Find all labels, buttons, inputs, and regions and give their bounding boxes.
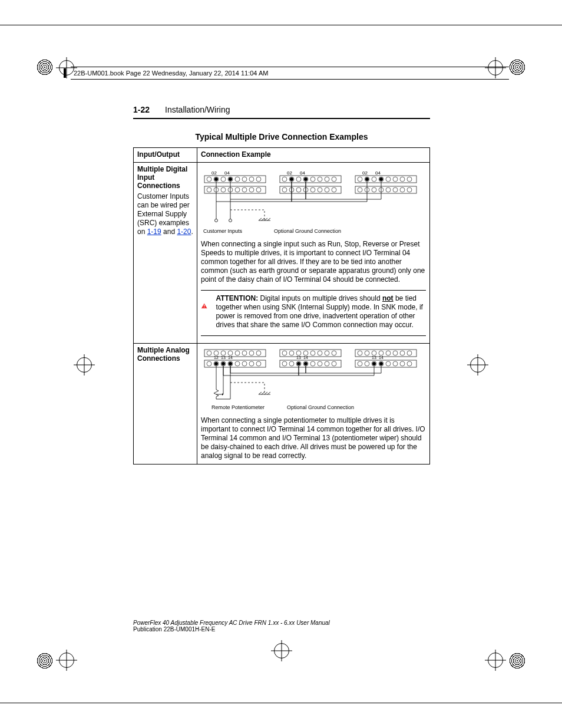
svg-point-32 — [325, 177, 329, 182]
svg-text:04: 04 — [224, 170, 230, 176]
registration-mark — [470, 357, 485, 373]
svg-point-41 — [332, 187, 336, 192]
svg-point-20 — [214, 177, 218, 181]
caption-remote-pot: Remote Potentiometer — [211, 404, 265, 410]
svg-point-19 — [256, 187, 261, 192]
th-input-output: Input/Output — [134, 148, 197, 163]
th-connection-example: Connection Example — [197, 148, 430, 163]
svg-text:02: 02 — [211, 170, 217, 176]
footer-title: PowerFlex 40 Adjustable Frequency AC Dri… — [133, 620, 430, 626]
svg-point-74 — [221, 351, 226, 355]
svg-point-42 — [290, 177, 293, 181]
svg-point-34 — [282, 187, 287, 192]
svg-point-118 — [358, 351, 362, 355]
row2-example-cell: 12 13 14 — [197, 344, 430, 465]
crop-ornament — [37, 59, 53, 75]
svg-point-98 — [296, 351, 301, 355]
row1-diagram: 02 04 — [201, 165, 426, 235]
svg-point-122 — [386, 351, 391, 355]
svg-point-65 — [379, 177, 383, 181]
svg-point-114 — [297, 362, 300, 365]
crop-ornament — [509, 59, 525, 75]
svg-text:04: 04 — [375, 170, 381, 176]
svg-point-127 — [365, 361, 369, 366]
svg-point-132 — [400, 361, 405, 366]
digital-input-diagram: 02 04 — [201, 167, 425, 226]
svg-point-133 — [407, 361, 412, 366]
row1-example-cell: 02 04 — [197, 163, 430, 344]
table-row: Multiple Analog Connections — [134, 344, 430, 465]
svg-point-102 — [325, 351, 329, 355]
attention-icon — [201, 294, 207, 318]
svg-point-31 — [318, 177, 322, 182]
svg-rect-68 — [204, 305, 204, 307]
page: 22B-UM001.book Page 22 Wednesday, Januar… — [0, 0, 562, 728]
attention-body-a: Digital inputs on multiple drives should — [258, 294, 382, 302]
svg-point-109 — [318, 361, 322, 366]
svg-point-14 — [221, 187, 226, 192]
svg-point-105 — [289, 361, 294, 366]
caption-optional-ground: Optional Ground Connection — [274, 228, 341, 234]
svg-point-101 — [318, 351, 322, 355]
svg-point-84 — [235, 361, 240, 366]
svg-text:04: 04 — [300, 170, 305, 176]
svg-point-67 — [229, 219, 232, 222]
svg-point-80 — [207, 361, 211, 366]
svg-point-73 — [214, 351, 219, 355]
header-rule — [133, 118, 430, 119]
row1-desc-mid: and — [161, 228, 177, 236]
svg-point-39 — [318, 187, 322, 192]
row2-body: When connecting a single potentiometer t… — [201, 416, 426, 460]
svg-point-36 — [296, 187, 301, 192]
svg-point-93 — [229, 362, 232, 365]
svg-point-10 — [249, 177, 254, 182]
svg-point-124 — [400, 351, 405, 355]
crop-ornament — [37, 653, 53, 669]
svg-point-55 — [407, 177, 412, 182]
svg-point-62 — [400, 187, 405, 192]
svg-point-120 — [372, 351, 376, 355]
svg-text:02: 02 — [362, 170, 368, 176]
svg-point-92 — [222, 362, 225, 365]
svg-point-11 — [256, 177, 261, 182]
svg-point-108 — [310, 361, 315, 366]
svg-point-86 — [249, 361, 254, 366]
registration-mark — [59, 653, 74, 668]
book-header: 22B-UM001.book Page 22 Wednesday, Januar… — [71, 67, 509, 80]
svg-point-53 — [393, 177, 398, 182]
svg-point-91 — [214, 362, 218, 365]
svg-point-4 — [207, 177, 211, 182]
attention-rule-bottom — [201, 335, 426, 336]
registration-mark — [77, 357, 92, 373]
row2-label-cell: Multiple Analog Connections — [134, 344, 197, 465]
svg-point-119 — [365, 351, 369, 355]
svg-point-28 — [296, 177, 301, 182]
row2-label: Multiple Analog Connections — [137, 346, 193, 363]
svg-text:14: 14 — [303, 355, 308, 360]
analog-diagram: 12 13 14 — [201, 348, 425, 403]
page-footer: PowerFlex 40 Adjustable Frequency AC Dri… — [133, 620, 430, 633]
row1-desc: Customer Inputs can be wired per Externa… — [137, 192, 193, 236]
section-name: Installation/Wiring — [165, 105, 230, 114]
xref-1-20[interactable]: 1-20 — [177, 228, 191, 236]
svg-point-56 — [358, 187, 362, 192]
row1-diagram-captions: Customer Inputs Optional Ground Connecti… — [201, 228, 426, 234]
svg-point-72 — [207, 351, 211, 355]
svg-point-104 — [282, 361, 287, 366]
svg-point-58 — [372, 187, 376, 192]
book-header-bar — [64, 68, 66, 78]
row1-label-cell: Multiple Digital Input Connections Custo… — [134, 163, 197, 344]
svg-point-26 — [282, 177, 287, 182]
svg-point-8 — [235, 177, 240, 182]
svg-point-38 — [310, 187, 315, 192]
xref-1-19[interactable]: 1-19 — [147, 228, 161, 236]
svg-point-99 — [303, 351, 308, 355]
svg-point-50 — [372, 177, 376, 182]
svg-point-103 — [332, 351, 336, 355]
svg-text:13: 13 — [296, 355, 301, 360]
row1-body: When connecting a single input such as R… — [201, 240, 426, 284]
svg-point-110 — [325, 361, 329, 366]
svg-point-75 — [228, 351, 233, 355]
svg-point-63 — [407, 187, 412, 192]
svg-point-60 — [386, 187, 391, 192]
